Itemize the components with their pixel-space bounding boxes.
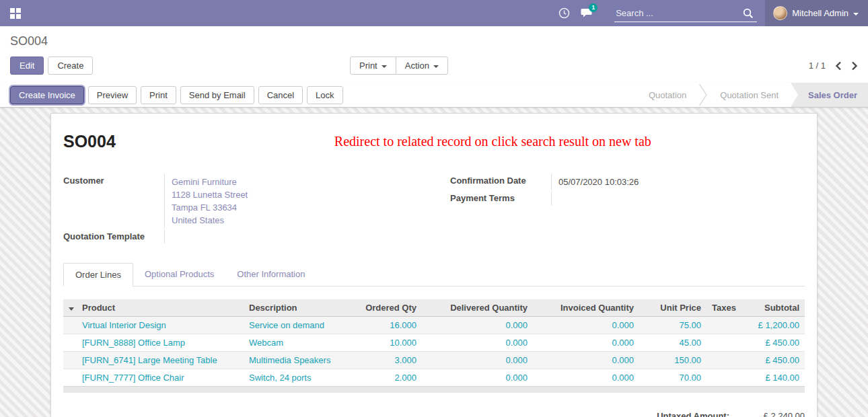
search-input[interactable]	[614, 5, 757, 22]
edit-button[interactable]: Edit	[10, 56, 44, 75]
col-delivered-quantity[interactable]: Delivered Quantity	[422, 299, 533, 317]
print-dropdown-button[interactable]: Print	[350, 56, 396, 75]
cell-taxes[interactable]	[707, 334, 747, 352]
untaxed-amount-label: Untaxed Amount:	[657, 411, 729, 417]
pager-value: 1 / 1	[809, 61, 826, 71]
pager-previous-button[interactable]	[835, 61, 842, 71]
chevron-down-icon	[382, 65, 387, 68]
optional-columns-icon[interactable]	[69, 307, 74, 311]
quotation-template-label: Quotation Template	[63, 230, 164, 243]
cell-description[interactable]: Multimedia Speakers	[244, 352, 348, 369]
cell-delivered-quantity[interactable]: 0.000	[422, 352, 533, 369]
untaxed-amount-value: £ 2,240.00	[729, 411, 805, 417]
quotation-template-field: Quotation Template	[63, 230, 418, 243]
cancel-button[interactable]: Cancel	[258, 86, 303, 104]
cell-unit-price[interactable]: 45.00	[639, 334, 707, 352]
cell-product[interactable]: [FURN_8888] Office Lamp	[77, 334, 244, 352]
control-panel: SO004 Edit Create Print Action 1 / 1	[0, 26, 868, 83]
col-subtotal[interactable]: Subtotal	[747, 299, 805, 317]
send-by-email-button[interactable]: Send by Email	[180, 86, 254, 104]
notebook-tabs: Order Lines Optional Products Other Info…	[63, 263, 805, 287]
create-button[interactable]: Create	[48, 56, 93, 75]
cell-subtotal[interactable]: £ 450.00	[747, 352, 805, 369]
cell-ordered-qty[interactable]: 10.000	[348, 334, 422, 352]
cell-product[interactable]: [FURN_7777] Office Chair	[77, 369, 244, 387]
chevron-right-icon	[851, 61, 858, 71]
cell-unit-price[interactable]: 75.00	[639, 317, 707, 334]
cell-description[interactable]: Switch, 24 ports	[244, 369, 348, 387]
print-dropdown-label: Print	[359, 61, 377, 71]
statusbar: Create Invoice Preview Print Send by Ema…	[0, 83, 868, 108]
customer-label: Customer	[63, 174, 164, 228]
stage-quotation[interactable]: Quotation	[637, 83, 698, 107]
order-lines-table: Product Description Ordered Qty Delivere…	[63, 299, 805, 386]
chevron-down-icon	[433, 65, 439, 68]
customer-country[interactable]: United States	[172, 214, 418, 227]
action-dropdown-button[interactable]: Action	[396, 56, 448, 75]
cell-taxes[interactable]	[707, 352, 747, 369]
user-avatar	[773, 6, 787, 20]
cell-invoiced-quantity[interactable]: 0.000	[533, 369, 639, 387]
col-ordered-qty[interactable]: Ordered Qty	[348, 299, 422, 317]
tab-other-information[interactable]: Other Information	[225, 263, 316, 286]
cell-invoiced-quantity[interactable]: 0.000	[533, 352, 639, 369]
cell-invoiced-quantity[interactable]: 0.000	[533, 317, 639, 334]
cell-product[interactable]: Virtual Interior Design	[77, 317, 244, 334]
cell-taxes[interactable]	[707, 317, 747, 334]
lock-button[interactable]: Lock	[307, 86, 342, 104]
customer-city[interactable]: Tampa FL 33634	[172, 201, 418, 214]
create-invoice-button[interactable]: Create Invoice	[10, 86, 84, 104]
customer-name-link[interactable]: Gemini Furniture	[172, 176, 418, 188]
cell-ordered-qty[interactable]: 2.000	[348, 369, 422, 387]
search-icon[interactable]	[742, 7, 754, 20]
table-row[interactable]: Virtual Interior Design Service on deman…	[63, 317, 805, 334]
tab-optional-products[interactable]: Optional Products	[133, 263, 225, 286]
stage-quotation-sent[interactable]: Quotation Sent	[708, 83, 791, 107]
cell-delivered-quantity[interactable]: 0.000	[422, 317, 533, 334]
cell-ordered-qty[interactable]: 16.000	[348, 317, 422, 334]
user-menu[interactable]: Mitchell Admin	[765, 0, 868, 26]
confirmation-date-field: Confirmation Date 05/07/2020 10:03:26	[450, 174, 805, 190]
cell-subtotal[interactable]: £ 450.00	[747, 334, 805, 352]
activities-button[interactable]	[552, 0, 575, 26]
pager-next-button[interactable]	[851, 61, 858, 71]
apps-grid-icon	[10, 8, 21, 19]
cell-taxes[interactable]	[707, 369, 747, 387]
table-row[interactable]: [FURN_7777] Office Chair Switch, 24 port…	[63, 369, 805, 387]
preview-button[interactable]: Preview	[88, 86, 137, 104]
confirmation-date-label: Confirmation Date	[450, 174, 551, 190]
cell-unit-price[interactable]: 70.00	[639, 369, 707, 387]
cell-invoiced-quantity[interactable]: 0.000	[533, 334, 639, 352]
cell-delivered-quantity[interactable]: 0.000	[422, 334, 533, 352]
cell-ordered-qty[interactable]: 3.000	[348, 352, 422, 369]
print-button[interactable]: Print	[141, 86, 176, 104]
top-navbar: 1 Mitchell Admin	[0, 0, 868, 26]
form-view-background: SO004 Redirect to related record on clic…	[0, 108, 868, 417]
col-invoiced-quantity[interactable]: Invoiced Quantity	[533, 299, 639, 317]
col-taxes[interactable]: Taxes	[707, 299, 747, 317]
cell-description[interactable]: Service on demand	[244, 317, 348, 334]
cell-product[interactable]: [FURN_6741] Large Meeting Table	[77, 352, 244, 369]
breadcrumb[interactable]: SO004	[10, 34, 858, 48]
customer-street[interactable]: 1128 Lunetta Street	[172, 188, 418, 201]
cell-description[interactable]: Webcam	[244, 334, 348, 352]
col-unit-price[interactable]: Unit Price	[639, 299, 707, 317]
action-dropdown-label: Action	[405, 61, 429, 71]
document-title: SO004	[63, 131, 116, 151]
messages-button[interactable]: 1	[575, 0, 598, 26]
col-product[interactable]: Product	[77, 299, 244, 317]
stage-separator-icon	[698, 83, 708, 106]
stage-sales-order[interactable]: Sales Order	[791, 83, 868, 107]
customer-field: Customer Gemini Furniture 1128 Lunetta S…	[63, 174, 418, 228]
table-row[interactable]: [FURN_8888] Office Lamp Webcam 10.000 0.…	[63, 334, 805, 352]
tab-order-lines[interactable]: Order Lines	[63, 263, 133, 287]
apps-menu-button[interactable]	[0, 0, 31, 26]
cell-subtotal[interactable]: £ 140.00	[747, 369, 805, 387]
col-description[interactable]: Description	[244, 299, 348, 317]
sales-order-sheet: SO004 Redirect to related record on clic…	[50, 113, 818, 417]
table-row[interactable]: [FURN_6741] Large Meeting Table Multimed…	[63, 352, 805, 369]
chevron-left-icon	[835, 61, 842, 71]
cell-delivered-quantity[interactable]: 0.000	[422, 369, 533, 387]
cell-unit-price[interactable]: 150.00	[639, 352, 707, 369]
cell-subtotal[interactable]: £ 1,200.00	[747, 317, 805, 334]
